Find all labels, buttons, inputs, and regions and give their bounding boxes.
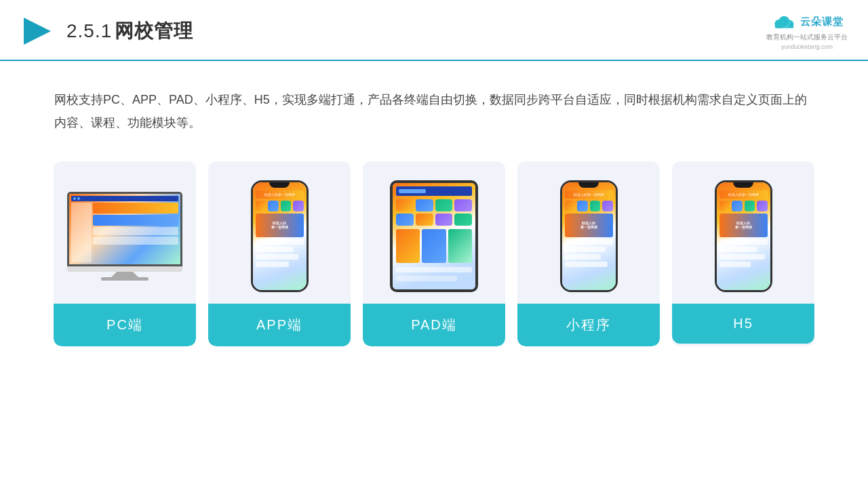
card-miniprogram-label: 小程序 bbox=[517, 304, 660, 346]
cards-section: PC端 职进人的第一堂网课 职进人的第一堂网课 bbox=[0, 155, 868, 367]
page-title: 2.5.1网校管理 bbox=[66, 18, 193, 44]
header: 2.5.1网校管理 云朵课堂 教育机构一站式服务云平台 yunduoketang… bbox=[0, 0, 868, 61]
card-h5: 职进人的第一堂网课 职进人的第一堂网课 bbox=[672, 161, 814, 346]
description-paragraph: 网校支持PC、APP、PAD、小程序、H5，实现多端打通，产品各终端自由切换，数… bbox=[54, 88, 814, 134]
logo-area: 云朵课堂 教育机构一站式服务云平台 yunduoketang.com bbox=[766, 12, 848, 50]
tablet-device bbox=[390, 180, 478, 292]
phone-app-device: 职进人的第一堂网课 职进人的第一堂网课 bbox=[251, 180, 309, 292]
card-h5-image: 职进人的第一堂网课 职进人的第一堂网课 bbox=[672, 161, 814, 304]
card-pc-image bbox=[54, 161, 196, 304]
phone-mini-notch bbox=[578, 182, 599, 188]
header-left: 2.5.1网校管理 bbox=[20, 14, 193, 48]
monitor-device bbox=[67, 192, 182, 281]
logo-text: 云朵课堂 bbox=[800, 16, 844, 28]
logo-cloud: 云朵课堂 bbox=[770, 12, 844, 31]
svg-marker-0 bbox=[24, 18, 51, 45]
card-app-label: APP端 bbox=[208, 304, 351, 346]
cloud-logo-icon bbox=[770, 12, 796, 31]
card-h5-label: H5 bbox=[672, 304, 814, 344]
card-pad-label: PAD端 bbox=[363, 304, 505, 346]
logo-url: yunduoketang.com bbox=[781, 43, 833, 50]
description-text: 网校支持PC、APP、PAD、小程序、H5，实现多端打通，产品各终端自由切换，数… bbox=[0, 61, 868, 155]
card-miniprogram-image: 职进人的第一堂网课 职进人的第一堂网课 bbox=[517, 161, 660, 304]
play-icon bbox=[20, 14, 54, 48]
phone-h5-device: 职进人的第一堂网课 职进人的第一堂网课 bbox=[715, 180, 772, 292]
phone-mini-device: 职进人的第一堂网课 职进人的第一堂网课 bbox=[560, 180, 618, 292]
card-pc: PC端 bbox=[54, 161, 196, 346]
card-miniprogram: 职进人的第一堂网课 职进人的第一堂网课 bbox=[517, 161, 660, 346]
card-pc-label: PC端 bbox=[54, 304, 196, 346]
logo-tagline: 教育机构一站式服务云平台 bbox=[766, 33, 848, 42]
phone-notch bbox=[269, 182, 290, 188]
card-pad-image bbox=[363, 161, 505, 304]
card-app-image: 职进人的第一堂网课 职进人的第一堂网课 bbox=[208, 161, 351, 304]
phone-h5-notch bbox=[733, 182, 753, 188]
monitor-screen bbox=[67, 192, 182, 266]
card-pad: PAD端 bbox=[363, 161, 505, 346]
card-app: 职进人的第一堂网课 职进人的第一堂网课 bbox=[208, 161, 351, 346]
